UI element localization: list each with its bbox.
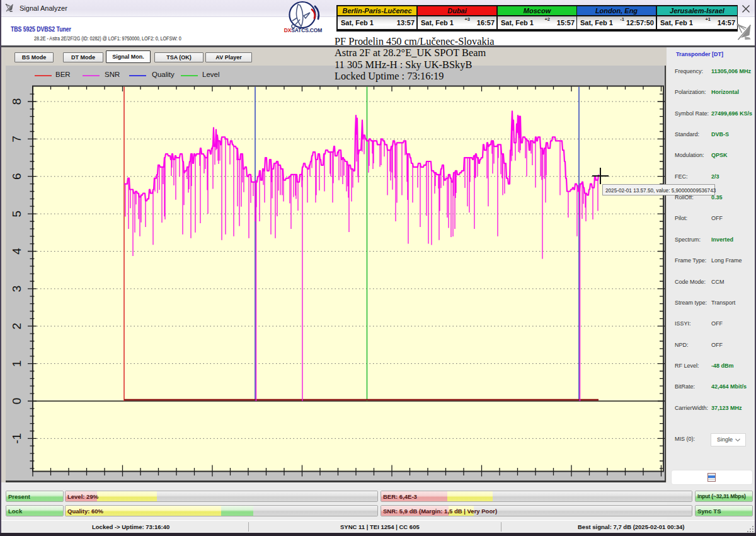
svg-text:DXSATCS.COM: DXSATCS.COM: [284, 27, 323, 33]
svg-text:5: 5: [10, 211, 23, 218]
svg-text:1: 1: [10, 360, 23, 367]
svg-text:8: 8: [10, 98, 23, 105]
svg-text:0: 0: [10, 398, 23, 405]
svg-text:6: 6: [10, 173, 23, 180]
svg-text:2025-02-01 13.57.50, value: 5,: 2025-02-01 13.57.50, value: 5,9000000953…: [605, 188, 716, 194]
svg-text:-1: -1: [10, 433, 23, 444]
svg-text:7: 7: [10, 136, 23, 143]
svg-text:2: 2: [10, 323, 23, 330]
svg-text:4: 4: [10, 248, 23, 255]
svg-text:3: 3: [10, 286, 23, 293]
